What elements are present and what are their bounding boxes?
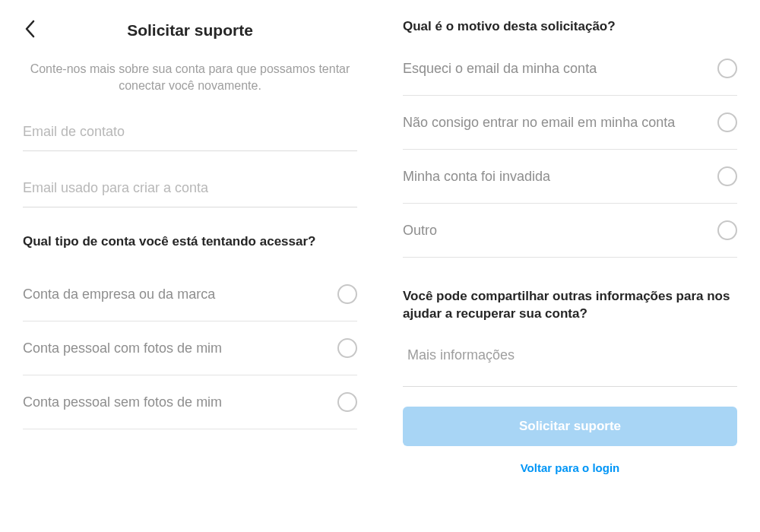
- submit-button[interactable]: Solicitar suporte: [403, 407, 737, 446]
- page-subtitle: Conte-nos mais sobre sua conta para que …: [23, 61, 357, 95]
- radio-circle-icon: [337, 284, 357, 304]
- radio-circle-icon: [337, 392, 357, 412]
- contact-email-input[interactable]: [23, 113, 357, 151]
- radio-label: Outro: [403, 221, 448, 239]
- radio-label: Conta pessoal sem fotos de mim: [23, 393, 233, 411]
- radio-label: Não consigo entrar no email em minha con…: [403, 113, 686, 131]
- reason-option-cant-login-email[interactable]: Não consigo entrar no email em minha con…: [403, 96, 737, 150]
- radio-circle-icon: [337, 338, 357, 358]
- reason-option-hacked[interactable]: Minha conta foi invadida: [403, 150, 737, 204]
- reason-option-other[interactable]: Outro: [403, 204, 737, 258]
- page-header: Solicitar suporte: [23, 15, 357, 46]
- radio-label: Esqueci o email da minha conta: [403, 59, 607, 78]
- reason-heading: Qual é o motivo desta solicitação?: [403, 18, 737, 36]
- radio-circle-icon: [717, 59, 737, 78]
- radio-label: Minha conta foi invadida: [403, 167, 561, 185]
- more-info-heading: Você pode compartilhar outras informaçõe…: [403, 288, 737, 323]
- page-title: Solicitar suporte: [127, 21, 253, 40]
- radio-label: Conta pessoal com fotos de mim: [23, 339, 233, 357]
- account-type-option-personal-nophotos[interactable]: Conta pessoal sem fotos de mim: [23, 375, 357, 429]
- radio-circle-icon: [717, 112, 737, 132]
- back-to-login-link[interactable]: Voltar para o login: [403, 461, 737, 474]
- reason-option-forgot-email[interactable]: Esqueci o email da minha conta: [403, 42, 737, 96]
- account-type-heading: Qual tipo de conta você está tentando ac…: [23, 233, 357, 251]
- radio-circle-icon: [717, 166, 737, 186]
- signup-email-input[interactable]: [23, 169, 357, 207]
- account-type-option-business[interactable]: Conta da empresa ou da marca: [23, 268, 357, 321]
- radio-circle-icon: [717, 220, 737, 240]
- back-icon[interactable]: [23, 18, 38, 43]
- more-info-textarea[interactable]: [403, 340, 737, 387]
- radio-label: Conta da empresa ou da marca: [23, 285, 226, 303]
- account-type-option-personal-photos[interactable]: Conta pessoal com fotos de mim: [23, 321, 357, 375]
